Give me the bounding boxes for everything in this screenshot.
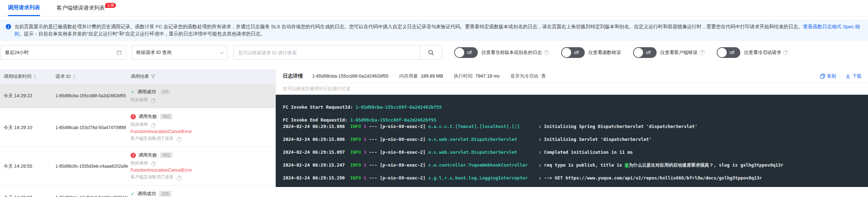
query-type-select[interactable]: 根据请求 ID 查询: [132, 45, 227, 60]
toggle-knob: [455, 48, 464, 57]
cell-end-time: 今天 14:29:22: [4, 93, 55, 99]
copy-icon: [820, 74, 825, 79]
metric-label: 是否为冷启动: [510, 73, 538, 79]
tabbar: 调用请求列表 客户端错误请求列表 公测: [0, 0, 868, 16]
status-code-badge: 502: [160, 114, 172, 119]
log-line: [283, 168, 861, 175]
status-code-badge: 502: [160, 152, 172, 158]
calendar-icon: [117, 50, 122, 55]
table-row[interactable]: 今天 14:29:221-65d98cba-155cc88f-0a2d2462b…: [0, 84, 275, 108]
toggle-state-label: off: [467, 50, 472, 55]
status-line: ✓调用成功200: [131, 88, 275, 95]
log-request-id: 1-65d98cba-155cc88f-0a2d2462bf55: [312, 73, 388, 79]
invoke-type: 同步调用: [131, 122, 275, 128]
search-input[interactable]: [234, 45, 420, 60]
table-row[interactable]: 今天 14:29:101-65d98cab-153cf76d-50a474709…: [0, 108, 275, 147]
tab-label: 客户端错误请求列表: [57, 5, 105, 11]
error-desc: 客户端主动取消了请求: [131, 174, 275, 181]
cell-request-id: 1-65d98cab-153cf76d-50a474709f89: [55, 125, 131, 130]
log-line: 2024-02-24 06:29:15.086 INFO 1 --- [p-ni…: [283, 123, 861, 130]
filter-row: 最近24小时 根据请求 ID 查询 off仅查看当前版本或别名的日志off仅查看…: [0, 45, 868, 60]
toggle-state-label: off: [730, 50, 734, 55]
help-icon[interactable]: [151, 98, 156, 103]
toggle-group-0: off仅查看当前版本或别名的日志: [454, 47, 549, 58]
log-line: FC Invoke Start RequestId: 1-65d98cba-15…: [283, 104, 861, 110]
help-icon[interactable]: [177, 176, 182, 181]
tab-client-error-request-list[interactable]: 客户端错误请求列表 公测: [57, 0, 116, 16]
column-result[interactable]: 调用结果: [131, 73, 275, 80]
tab-invocation-request-list[interactable]: 调用请求列表: [8, 0, 40, 16]
metric-value: 7947.19 ms: [475, 73, 500, 79]
toggle-group-1: off仅查看函数错误: [561, 47, 621, 58]
search-group: [234, 45, 442, 60]
help-icon[interactable]: [177, 137, 182, 142]
log-metric: 是否为冷启动否: [510, 73, 546, 79]
info-banner: i 当前页面显示的是已被函数处理并计费的历史调用记录。函数计算 FC 会记录您的…: [0, 20, 868, 41]
log-line: [283, 156, 861, 162]
log-line: 2024-02-24 06:29:15.097 INFO 1 --- [p-ni…: [283, 149, 861, 156]
toggle-list: off仅查看当前版本或别名的日志off仅查看函数错误off仅查看客户端错误off…: [442, 47, 788, 58]
help-icon[interactable]: [544, 50, 549, 55]
copy-button[interactable]: 复制: [820, 73, 836, 79]
funnel-icon[interactable]: [151, 74, 155, 79]
table-row[interactable]: 今天 14:22:271-65d98b1a-15cfb8c8-9dd96a220…: [0, 186, 275, 197]
metric-value: 否: [541, 73, 546, 79]
sort-icon[interactable]: [73, 74, 76, 79]
toggle-switch[interactable]: off: [717, 47, 740, 58]
toggle-label: 仅查看当前版本或别名的日志: [481, 49, 542, 56]
log-line: 2024-02-24 06:29:15.290 INFO 1 --- [p-ni…: [283, 175, 861, 181]
log-console[interactable]: FC Invoke Start RequestId: 1-65d98cba-15…: [276, 95, 868, 187]
status-line: !调用失败502: [131, 152, 275, 159]
cell-result: ✓调用成功200同步调用: [131, 88, 275, 103]
log-keyword-filter-input[interactable]: [283, 86, 845, 91]
log-line: 2024-02-24 06:29:15.247 INFO 1 --- [p-ni…: [283, 162, 861, 168]
chevron-down-icon: [220, 50, 224, 54]
toggle-group-3: off仅查看冷启动请求: [717, 47, 788, 58]
column-end-time[interactable]: 调用结束时间: [4, 73, 55, 80]
status-code-badge: 200: [159, 89, 171, 95]
exclamation-circle-icon: !: [131, 153, 136, 158]
help-icon[interactable]: [151, 162, 156, 167]
search-button[interactable]: [420, 45, 442, 60]
toggle-label: 仅查看冷启动请求: [744, 49, 781, 56]
help-icon[interactable]: [783, 50, 788, 55]
time-range-picker[interactable]: 最近24小时: [0, 45, 126, 60]
invoke-type: 同步调用: [131, 97, 275, 103]
help-icon[interactable]: [700, 50, 705, 55]
toggle-switch[interactable]: off: [561, 47, 585, 58]
check-icon: ✓: [131, 191, 135, 197]
cell-end-time: 今天 14:22:27: [4, 194, 55, 197]
log-line: FC Invoke End RequestId: 1-65d98cba-155c…: [283, 117, 861, 123]
log-metric: 执行时间7947.19 ms: [454, 73, 500, 79]
check-icon: ✓: [131, 89, 135, 95]
info-icon: i: [6, 24, 11, 29]
exclamation-circle-icon: !: [131, 114, 136, 119]
download-button[interactable]: 下载: [845, 73, 862, 79]
table-body: 今天 14:29:221-65d98cba-155cc88f-0a2d2462b…: [0, 84, 275, 197]
banner-text: 当前页面显示的是已被函数处理并计费的历史调用记录。函数计算 FC 会记录您的函数…: [14, 23, 862, 38]
cell-result: !调用失败502同步调用 FunctionInvocationCancelErr…: [131, 113, 275, 142]
status-code-badge: 200: [159, 191, 171, 197]
toggle-knob: [562, 48, 571, 57]
toggle-group-2: off仅查看客户端错误: [633, 47, 705, 58]
toggle-switch[interactable]: off: [454, 47, 478, 58]
time-range-value: 最近24小时: [5, 49, 29, 56]
cell-request-id: 1-65d98cba-155cc88f-0a2d2462bf55: [55, 93, 131, 98]
column-request-id[interactable]: 请求 ID: [55, 73, 131, 80]
query-type-value: 根据请求 ID 查询: [136, 49, 171, 56]
search-icon: [428, 50, 434, 56]
table-header: 调用结束时间 请求 ID 调用结果: [0, 69, 275, 84]
log-line: [283, 181, 861, 187]
metric-label: 内存用量: [399, 73, 418, 79]
toggle-state-label: off: [646, 50, 651, 55]
sort-icon[interactable]: [33, 74, 36, 79]
log-line: 2024-02-24 06:29:15.086 INFO 1 --- [p-ni…: [283, 136, 861, 143]
help-icon[interactable]: [151, 123, 156, 128]
table-row[interactable]: 今天 14:28:551-65d98c9c-1535d3eb-c4aaa6202…: [0, 147, 275, 186]
metric-label: 执行时间: [454, 73, 472, 79]
log-metric: 内存用量189.89 MB: [399, 73, 443, 79]
toggle-switch[interactable]: off: [633, 47, 657, 58]
toggle-label: 仅查看客户端错误: [660, 49, 697, 56]
toggle-knob: [634, 48, 643, 57]
log-panel: 日志详情 1-65d98cba-155cc88f-0a2d2462bf55 内存…: [275, 69, 868, 187]
